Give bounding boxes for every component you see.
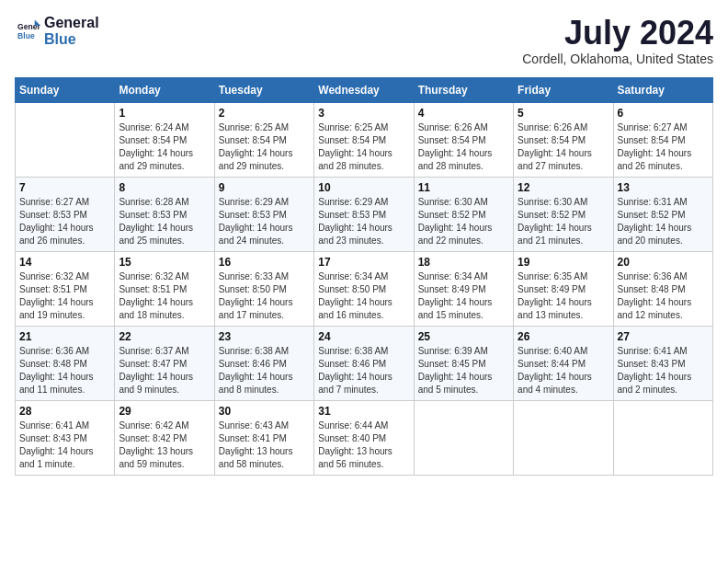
calendar-cell: 27Sunrise: 6:41 AM Sunset: 8:43 PM Dayli… bbox=[613, 326, 712, 400]
day-number: 16 bbox=[219, 256, 310, 269]
day-info: Sunrise: 6:30 AM Sunset: 8:52 PM Dayligh… bbox=[418, 196, 509, 247]
day-info: Sunrise: 6:41 AM Sunset: 8:43 PM Dayligh… bbox=[19, 419, 110, 471]
day-info: Sunrise: 6:34 AM Sunset: 8:49 PM Dayligh… bbox=[418, 270, 509, 322]
calendar-cell bbox=[414, 400, 513, 475]
day-number: 19 bbox=[518, 256, 609, 269]
day-number: 9 bbox=[219, 181, 310, 194]
day-number: 14 bbox=[19, 256, 110, 269]
week-row-1: 1Sunrise: 6:24 AM Sunset: 8:54 PM Daylig… bbox=[16, 102, 713, 177]
day-info: Sunrise: 6:29 AM Sunset: 8:53 PM Dayligh… bbox=[318, 196, 409, 247]
calendar-cell: 8Sunrise: 6:28 AM Sunset: 8:53 PM Daylig… bbox=[115, 177, 214, 251]
calendar-cell: 24Sunrise: 6:38 AM Sunset: 8:46 PM Dayli… bbox=[314, 326, 414, 400]
calendar-cell: 11Sunrise: 6:30 AM Sunset: 8:52 PM Dayli… bbox=[414, 177, 513, 251]
week-row-3: 14Sunrise: 6:32 AM Sunset: 8:51 PM Dayli… bbox=[16, 251, 713, 326]
day-info: Sunrise: 6:40 AM Sunset: 8:44 PM Dayligh… bbox=[518, 345, 609, 396]
calendar-cell: 19Sunrise: 6:35 AM Sunset: 8:49 PM Dayli… bbox=[514, 251, 613, 326]
day-number: 1 bbox=[119, 107, 210, 120]
day-number: 10 bbox=[318, 181, 409, 194]
calendar-cell: 17Sunrise: 6:34 AM Sunset: 8:50 PM Dayli… bbox=[314, 251, 414, 326]
calendar-cell: 18Sunrise: 6:34 AM Sunset: 8:49 PM Dayli… bbox=[414, 251, 513, 326]
logo-text: General Blue bbox=[44, 15, 99, 47]
day-number: 15 bbox=[119, 256, 210, 269]
day-number: 29 bbox=[119, 405, 210, 418]
day-number: 31 bbox=[318, 405, 409, 418]
calendar-cell: 21Sunrise: 6:36 AM Sunset: 8:48 PM Dayli… bbox=[16, 326, 115, 400]
calendar-header: SundayMondayTuesdayWednesdayThursdayFrid… bbox=[16, 77, 713, 102]
day-info: Sunrise: 6:36 AM Sunset: 8:48 PM Dayligh… bbox=[618, 270, 709, 322]
day-info: Sunrise: 6:28 AM Sunset: 8:53 PM Dayligh… bbox=[119, 196, 210, 247]
day-info: Sunrise: 6:31 AM Sunset: 8:52 PM Dayligh… bbox=[618, 196, 709, 247]
calendar-cell: 3Sunrise: 6:25 AM Sunset: 8:54 PM Daylig… bbox=[314, 102, 414, 177]
day-number: 12 bbox=[518, 181, 609, 194]
header: General Blue General Blue July 2024 Cord… bbox=[15, 15, 713, 66]
day-info: Sunrise: 6:29 AM Sunset: 8:53 PM Dayligh… bbox=[219, 196, 310, 247]
day-header-thursday: Thursday bbox=[414, 77, 513, 102]
day-number: 30 bbox=[219, 405, 310, 418]
svg-text:Blue: Blue bbox=[17, 30, 35, 40]
day-number: 20 bbox=[618, 256, 709, 269]
calendar-cell: 9Sunrise: 6:29 AM Sunset: 8:53 PM Daylig… bbox=[214, 177, 313, 251]
day-info: Sunrise: 6:24 AM Sunset: 8:54 PM Dayligh… bbox=[119, 121, 210, 173]
day-info: Sunrise: 6:26 AM Sunset: 8:54 PM Dayligh… bbox=[518, 121, 609, 173]
day-info: Sunrise: 6:36 AM Sunset: 8:48 PM Dayligh… bbox=[19, 345, 110, 396]
calendar-cell bbox=[514, 400, 613, 475]
calendar-cell: 23Sunrise: 6:38 AM Sunset: 8:46 PM Dayli… bbox=[214, 326, 313, 400]
month-title: July 2024 bbox=[522, 15, 713, 52]
calendar-cell: 10Sunrise: 6:29 AM Sunset: 8:53 PM Dayli… bbox=[314, 177, 414, 251]
calendar-cell: 2Sunrise: 6:25 AM Sunset: 8:54 PM Daylig… bbox=[214, 102, 313, 177]
calendar-cell: 13Sunrise: 6:31 AM Sunset: 8:52 PM Dayli… bbox=[613, 177, 712, 251]
day-info: Sunrise: 6:26 AM Sunset: 8:54 PM Dayligh… bbox=[418, 121, 509, 173]
day-info: Sunrise: 6:44 AM Sunset: 8:40 PM Dayligh… bbox=[318, 419, 409, 471]
day-number: 22 bbox=[119, 330, 210, 343]
day-number: 21 bbox=[19, 330, 110, 343]
day-info: Sunrise: 6:41 AM Sunset: 8:43 PM Dayligh… bbox=[618, 345, 709, 396]
day-info: Sunrise: 6:33 AM Sunset: 8:50 PM Dayligh… bbox=[219, 270, 310, 322]
day-header-friday: Friday bbox=[514, 77, 613, 102]
day-info: Sunrise: 6:27 AM Sunset: 8:54 PM Dayligh… bbox=[618, 121, 709, 173]
calendar-cell: 30Sunrise: 6:43 AM Sunset: 8:41 PM Dayli… bbox=[214, 400, 313, 475]
logo: General Blue General Blue bbox=[15, 15, 99, 47]
day-number: 17 bbox=[318, 256, 409, 269]
day-info: Sunrise: 6:30 AM Sunset: 8:52 PM Dayligh… bbox=[518, 196, 609, 247]
day-info: Sunrise: 6:27 AM Sunset: 8:53 PM Dayligh… bbox=[19, 196, 110, 247]
calendar-cell: 25Sunrise: 6:39 AM Sunset: 8:45 PM Dayli… bbox=[414, 326, 513, 400]
calendar-cell: 12Sunrise: 6:30 AM Sunset: 8:52 PM Dayli… bbox=[514, 177, 613, 251]
day-info: Sunrise: 6:43 AM Sunset: 8:41 PM Dayligh… bbox=[219, 419, 310, 471]
day-info: Sunrise: 6:38 AM Sunset: 8:46 PM Dayligh… bbox=[219, 345, 310, 396]
day-info: Sunrise: 6:37 AM Sunset: 8:47 PM Dayligh… bbox=[119, 345, 210, 396]
calendar-cell: 14Sunrise: 6:32 AM Sunset: 8:51 PM Dayli… bbox=[16, 251, 115, 326]
day-number: 11 bbox=[418, 181, 509, 194]
day-number: 3 bbox=[318, 107, 409, 120]
calendar-cell: 16Sunrise: 6:33 AM Sunset: 8:50 PM Dayli… bbox=[214, 251, 313, 326]
calendar: SundayMondayTuesdayWednesdayThursdayFrid… bbox=[15, 77, 713, 476]
calendar-cell: 28Sunrise: 6:41 AM Sunset: 8:43 PM Dayli… bbox=[16, 400, 115, 475]
day-number: 27 bbox=[618, 330, 709, 343]
calendar-cell: 22Sunrise: 6:37 AM Sunset: 8:47 PM Dayli… bbox=[115, 326, 214, 400]
logo-icon: General Blue bbox=[15, 18, 40, 44]
header-row: SundayMondayTuesdayWednesdayThursdayFrid… bbox=[16, 77, 713, 102]
day-number: 4 bbox=[418, 107, 509, 120]
day-info: Sunrise: 6:32 AM Sunset: 8:51 PM Dayligh… bbox=[19, 270, 110, 322]
day-number: 2 bbox=[219, 107, 310, 120]
calendar-cell: 26Sunrise: 6:40 AM Sunset: 8:44 PM Dayli… bbox=[514, 326, 613, 400]
day-header-tuesday: Tuesday bbox=[214, 77, 313, 102]
calendar-cell: 5Sunrise: 6:26 AM Sunset: 8:54 PM Daylig… bbox=[514, 102, 613, 177]
day-info: Sunrise: 6:35 AM Sunset: 8:49 PM Dayligh… bbox=[518, 270, 609, 322]
day-number: 18 bbox=[418, 256, 509, 269]
day-info: Sunrise: 6:32 AM Sunset: 8:51 PM Dayligh… bbox=[119, 270, 210, 322]
day-number: 23 bbox=[219, 330, 310, 343]
day-number: 28 bbox=[19, 405, 110, 418]
week-row-2: 7Sunrise: 6:27 AM Sunset: 8:53 PM Daylig… bbox=[16, 177, 713, 251]
calendar-cell: 15Sunrise: 6:32 AM Sunset: 8:51 PM Dayli… bbox=[115, 251, 214, 326]
location: Cordell, Oklahoma, United States bbox=[522, 52, 713, 66]
day-number: 24 bbox=[318, 330, 409, 343]
day-number: 13 bbox=[618, 181, 709, 194]
day-number: 26 bbox=[518, 330, 609, 343]
day-number: 7 bbox=[19, 181, 110, 194]
calendar-body: 1Sunrise: 6:24 AM Sunset: 8:54 PM Daylig… bbox=[16, 102, 713, 475]
calendar-cell bbox=[16, 102, 115, 177]
day-header-monday: Monday bbox=[115, 77, 214, 102]
calendar-cell: 20Sunrise: 6:36 AM Sunset: 8:48 PM Dayli… bbox=[613, 251, 712, 326]
day-info: Sunrise: 6:42 AM Sunset: 8:42 PM Dayligh… bbox=[119, 419, 210, 471]
day-number: 6 bbox=[618, 107, 709, 120]
